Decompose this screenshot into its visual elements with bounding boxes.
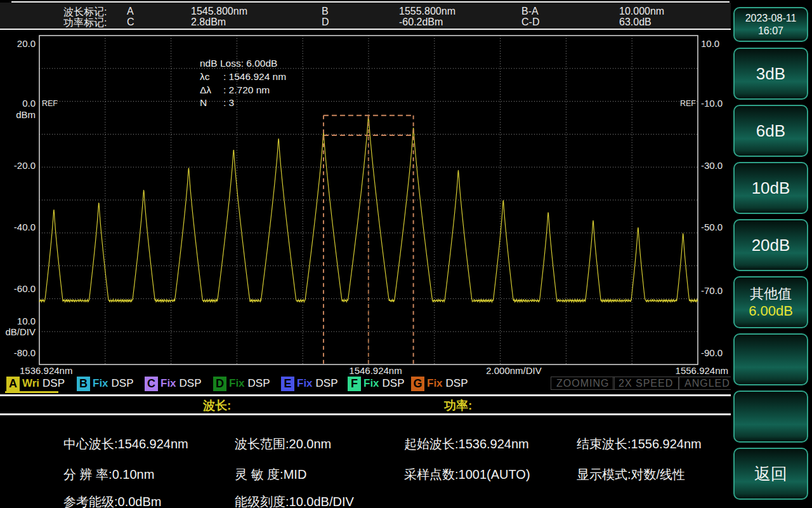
header-separator bbox=[0, 29, 731, 30]
marker-cell: 2.8dBm bbox=[191, 17, 226, 28]
trace-letter-badge: D bbox=[213, 377, 226, 391]
20db-button[interactable]: 20dB bbox=[733, 219, 808, 271]
trace-button-c[interactable]: CFixDSP bbox=[145, 376, 202, 391]
marker-cell: D bbox=[322, 17, 329, 28]
info-field: 起始波长:1536.924nm bbox=[404, 436, 529, 453]
trace-mode-label: Fix bbox=[93, 377, 108, 390]
y-axis-left-label: -60.0 bbox=[14, 283, 36, 294]
zooming-indicator: ZOOMING bbox=[551, 377, 615, 390]
spectrum-trace bbox=[39, 116, 698, 302]
3db-button[interactable]: 3dB bbox=[733, 48, 808, 100]
trace-letter-badge: A bbox=[6, 377, 20, 391]
annotation-value: : 3 bbox=[223, 97, 234, 108]
y-axis-left-label: 10.0 bbox=[17, 316, 36, 326]
trace-letter-badge: E bbox=[281, 377, 294, 391]
annotation-key: λc bbox=[200, 71, 210, 82]
section-separator bbox=[0, 413, 731, 415]
trace-mode-label: Fix bbox=[229, 377, 245, 390]
trace-button-e[interactable]: EFixDSP bbox=[281, 376, 338, 391]
info-field: 中心波长:1546.924nm bbox=[63, 436, 188, 453]
softkey-label: 2023-08-11 bbox=[745, 12, 797, 25]
trace-letter-badge: G bbox=[411, 377, 424, 391]
6db-button[interactable]: 6dB bbox=[733, 105, 808, 157]
y-axis-left-label: -80.0 bbox=[14, 347, 36, 358]
trace-button-d[interactable]: DFixDSP bbox=[213, 376, 270, 391]
trace-button-g[interactable]: GFixDSP bbox=[411, 376, 468, 391]
y-axis-left-label: dB/DIV bbox=[5, 326, 36, 337]
annotation-value: : 1546.924 nm bbox=[223, 71, 286, 82]
info-field: 波长范围:20.0nm bbox=[235, 436, 331, 453]
marker-cell: B bbox=[322, 6, 329, 17]
trace-mode-label: Fix bbox=[160, 377, 176, 390]
info-field: 分 辨 率:0.10nm bbox=[63, 466, 154, 483]
wavelength-section-label: 波长: bbox=[203, 398, 231, 414]
annotation-value: : 2.720 nm bbox=[223, 84, 270, 95]
y-axis-left-label: -40.0 bbox=[14, 222, 36, 232]
main-area: 波长标记:A1545.800nmB1555.800nmB-A10.000nm功率… bbox=[0, 0, 731, 508]
annotation-key: Δλ bbox=[200, 84, 211, 95]
y-axis-right-label: -70.0 bbox=[701, 285, 723, 296]
marker-cell: A bbox=[127, 6, 134, 17]
y-axis-right-label: -30.0 bbox=[701, 160, 723, 171]
blank-button-1[interactable] bbox=[733, 333, 808, 385]
y-axis-left-label: 20.0 bbox=[17, 38, 36, 49]
softkey-label: 10dB bbox=[752, 178, 790, 199]
softkey-label: 返回 bbox=[754, 464, 787, 485]
spectrum-chart: ndB Loss: 6.00dBλc: 1546.924 nmΔλ: 2.720… bbox=[0, 0, 731, 377]
y-axis-right-label: -50.0 bbox=[701, 222, 723, 232]
10db-button[interactable]: 10dB bbox=[733, 162, 808, 214]
softkey-label: 3dB bbox=[756, 64, 785, 84]
trace-mode-label: Fix bbox=[363, 377, 379, 390]
trace-dsp-label: DSP bbox=[112, 377, 134, 390]
2x-speed-indicator: 2X SPEED bbox=[613, 377, 679, 390]
marker-cell: 功率标记: bbox=[63, 17, 107, 30]
info-field: 能级刻度:10.0dB/DIV bbox=[235, 493, 354, 508]
x-axis-label: 1546.924nm bbox=[349, 365, 402, 376]
trace-button-a[interactable]: AWriDSP bbox=[6, 376, 65, 391]
power-section-label: 功率: bbox=[444, 398, 472, 414]
ref-marker-left: REF bbox=[42, 99, 58, 108]
trace-mode-label: Wri bbox=[22, 377, 39, 390]
osa-screen: 波长标记:A1545.800nmB1555.800nmB-A10.000nm功率… bbox=[0, 0, 812, 508]
other-value-button[interactable]: 其他值6.00dB bbox=[733, 276, 808, 328]
trace-mode-label: Fix bbox=[297, 377, 313, 390]
active-trace-underline bbox=[5, 391, 58, 393]
marker-cell: 1545.800nm bbox=[191, 6, 247, 17]
trace-letter-badge: B bbox=[77, 377, 90, 391]
info-field: 显示模式:对数/线性 bbox=[577, 466, 685, 483]
marker-cell: B-A bbox=[521, 6, 539, 17]
trace-button-f[interactable]: FFixDSP bbox=[348, 376, 405, 391]
trace-mode-label: Fix bbox=[427, 377, 443, 390]
marker-cell: 1555.800nm bbox=[399, 6, 455, 17]
marker-cell: -60.2dBm bbox=[399, 17, 443, 28]
blank-button-2[interactable] bbox=[733, 391, 808, 443]
trace-button-b[interactable]: BFixDSP bbox=[77, 376, 134, 391]
marker-cell: 10.000nm bbox=[619, 6, 664, 17]
trace-dsp-label: DSP bbox=[446, 377, 468, 390]
marker-readout-header: 波长标记:A1545.800nmB1555.800nmB-A10.000nm功率… bbox=[0, 3, 731, 29]
softkey-label: 20dB bbox=[752, 235, 790, 256]
softkey-sidebar: 2023-08-1116:073dB6dB10dB20dB其他值6.00dB返回 bbox=[731, 0, 812, 508]
trace-dsp-label: DSP bbox=[248, 377, 270, 390]
back-button[interactable]: 返回 bbox=[733, 448, 808, 500]
info-field: 灵 敏 度:MID bbox=[235, 466, 306, 483]
x-axis-label: 1536.924nm bbox=[20, 365, 72, 376]
x-axis-label: 1556.924nm bbox=[676, 365, 728, 376]
ref-marker-right: REF bbox=[680, 99, 696, 108]
annotation-key: N bbox=[200, 97, 207, 108]
softkey-label: 6.00dB bbox=[749, 302, 793, 320]
trace-letter-badge: C bbox=[145, 377, 158, 391]
y-axis-right-label: 10.0 bbox=[701, 38, 719, 49]
x-axis-label: 2.000nm/DIV bbox=[486, 365, 542, 376]
marker-cell: C bbox=[127, 17, 134, 28]
trace-dsp-label: DSP bbox=[383, 377, 405, 390]
angled-indicator: ANGLED bbox=[679, 377, 736, 390]
datetime-button[interactable]: 2023-08-1116:07 bbox=[733, 7, 808, 42]
y-axis-left-label: -20.0 bbox=[14, 160, 36, 171]
info-field: 参考能级:0.0dBm bbox=[63, 493, 161, 508]
softkey-label: 16:07 bbox=[758, 25, 783, 37]
ndb-loss-annotation: ndB Loss: 6.00dB bbox=[200, 58, 277, 69]
trace-separator bbox=[0, 394, 731, 396]
softkey-label: 其他值 bbox=[750, 285, 792, 303]
trace-dsp-label: DSP bbox=[316, 377, 338, 390]
